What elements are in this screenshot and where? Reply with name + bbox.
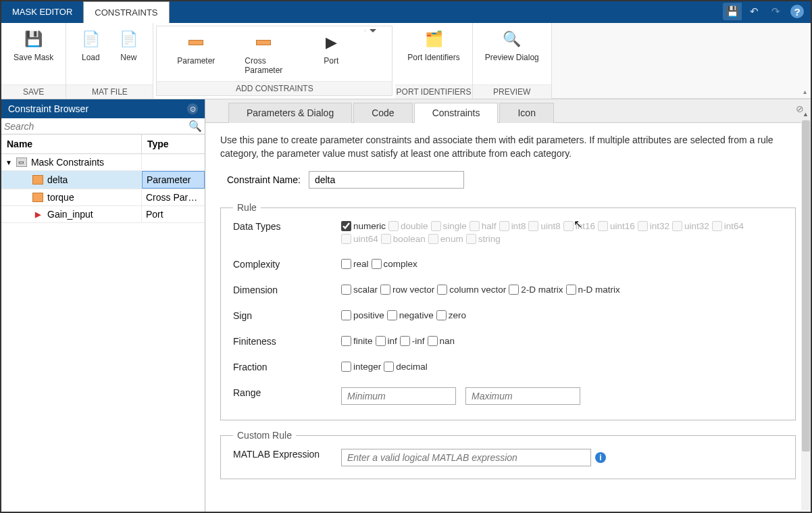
tree-root-row[interactable]: ▼ ▭ Mask Constraints [1,154,205,171]
checkbox-2-D-matrix[interactable]: 2-D matrix [509,285,563,295]
checkbox-uint64: uint64 [341,234,378,244]
panel-title: Constraint Browser [8,103,88,114]
cross-parameter-icon [251,30,276,55]
checkbox-boolean: boolean [381,234,426,244]
tree-row-gain-input[interactable]: ▶Gain_input Port [1,206,205,223]
checkbox--inf[interactable]: -inf [400,336,425,346]
checkbox-scalar[interactable]: scalar [341,285,378,295]
ribbon-toolbar: 💾 Save Mask SAVE 📄 Load 📄 New MAT FILE P… [1,23,811,99]
column-header-name[interactable]: Name [1,135,142,153]
tree-row-torque[interactable]: torque Cross Par… [1,189,205,206]
port-icon: ▶ [319,30,343,55]
vertical-scrollbar[interactable]: ▲ ▼ [801,120,811,510]
rule-legend: Rule [233,202,261,213]
scroll-up-icon[interactable]: ▲ [803,111,809,118]
checkbox-integer[interactable]: integer [341,362,381,372]
undo-icon[interactable]: ↶ [744,3,763,20]
info-icon[interactable]: i [595,452,606,463]
checkbox-complex[interactable]: complex [372,259,417,269]
checkbox-string: string [466,234,501,244]
ribbon-group-label: MAT FILE [66,84,153,99]
port-identifiers-button[interactable]: 🗂️ Port Identifiers [401,26,466,64]
checkbox-finite[interactable]: finite [341,336,373,346]
title-tab-bar: MASK EDITOR CONSTRAINTS 💾 ↶ ↷ ? [1,1,811,23]
checkbox-int32: int32 [638,221,669,231]
checkbox-numeric[interactable]: numeric [341,221,386,231]
scrollbar-thumb[interactable] [802,120,810,451]
constraints-pane: ↖ Use this pane to create parameter cons… [205,123,811,512]
collapse-ribbon-icon[interactable]: ▴ [803,88,807,95]
finiteness-label: Finiteness [233,336,341,347]
custom-rule-fieldset: Custom Rule MATLAB Expression i [220,430,796,479]
matlab-expression-input[interactable] [341,449,591,466]
tab-code[interactable]: Code [353,103,412,123]
save-mask-icon: 💾 [22,27,46,51]
column-header-type[interactable]: Type [142,135,205,153]
gallery-dropdown-icon[interactable] [365,29,380,32]
checkbox-uint16: uint16 [598,221,635,231]
parameter-icon [32,193,43,202]
checkbox-n-D-matrix[interactable]: n-D matrix [566,285,620,295]
port-constraint-button[interactable]: ▶ Port [297,29,365,67]
checkbox-int64: int64 [712,221,744,231]
checkbox-row-vector[interactable]: row vector [380,285,434,295]
tab-parameters-dialog[interactable]: Parameters & Dialog [228,103,352,123]
checkbox-decimal[interactable]: decimal [384,362,428,372]
checkbox-real[interactable]: real [341,259,369,269]
constraint-name-label: Constraint Name: [227,174,301,185]
dimension-label: Dimension [233,285,341,295]
checkbox-inf[interactable]: inf [376,336,397,346]
checkbox-positive[interactable]: positive [341,310,384,320]
sign-label: Sign [233,310,341,321]
complexity-label: Complexity [233,259,341,270]
checkbox-single: single [431,221,467,231]
port-identifiers-icon: 🗂️ [422,27,446,51]
search-icon[interactable]: 🔍 [188,120,202,132]
tab-icon[interactable]: Icon [499,103,553,123]
pane-description: Use this pane to create parameter constr… [220,134,796,160]
pin-icon[interactable]: ⊙ [187,103,198,114]
checkbox-negative[interactable]: negative [387,310,434,320]
range-min-input[interactable] [341,387,456,405]
tab-constraints[interactable]: CONSTRAINTS [83,1,169,23]
checkbox-zero[interactable]: zero [436,310,466,320]
tree-row-delta[interactable]: delta Parameter [1,171,205,189]
checkbox-uint8: uint8 [528,221,560,231]
collapse-icon[interactable]: ▼ [5,159,12,166]
content-tab-bar: Parameters & Dialog Code Constraints Ico… [205,99,811,123]
tab-constraints-pane[interactable]: Constraints [414,103,499,123]
parameter-constraint-button[interactable]: Parameter [162,29,230,67]
checkbox-double: double [388,221,428,231]
new-button[interactable]: 📄 New [109,26,147,64]
preview-icon: 🔍 [500,27,524,51]
load-icon: 📄 [78,27,103,51]
ribbon-group-label: ADD CONSTRAINTS [157,81,392,95]
range-max-input[interactable] [465,387,580,405]
save-mask-button[interactable]: 💾 Save Mask [7,26,60,64]
checkbox-int16: int16 [563,221,595,231]
port-icon: ▶ [32,210,43,219]
load-button[interactable]: 📄 Load [72,26,109,64]
search-input[interactable] [4,121,188,132]
range-label: Range [233,387,341,398]
tab-mask-editor[interactable]: MASK EDITOR [1,1,83,23]
ribbon-group-label: PREVIEW [473,84,551,99]
custom-rule-legend: Custom Rule [233,430,296,441]
matlab-expression-label: MATLAB Expression [233,449,341,460]
parameter-icon [184,30,208,55]
save-icon[interactable]: 💾 [723,3,742,20]
redo-icon[interactable]: ↷ [766,3,785,20]
mask-icon: ▭ [16,157,27,167]
checkbox-int8: int8 [499,221,526,231]
cross-parameter-constraint-button[interactable]: Cross Parameter [230,29,297,76]
new-icon: 📄 [116,27,141,51]
checkbox-column-vector[interactable]: column vector [437,285,506,295]
checkbox-nan[interactable]: nan [428,336,455,346]
help-icon[interactable]: ? [788,3,807,20]
ribbon-group-label: PORT IDENTIFIERS [395,84,472,99]
constraint-name-input[interactable] [309,171,464,189]
checkbox-uint32: uint32 [672,221,709,231]
checkbox-half: half [470,221,497,231]
constraint-browser-panel: Constraint Browser ⊙ 🔍 Name Type ▼ ▭ Mas… [1,99,205,512]
preview-dialog-button[interactable]: 🔍 Preview Dialog [478,26,546,64]
